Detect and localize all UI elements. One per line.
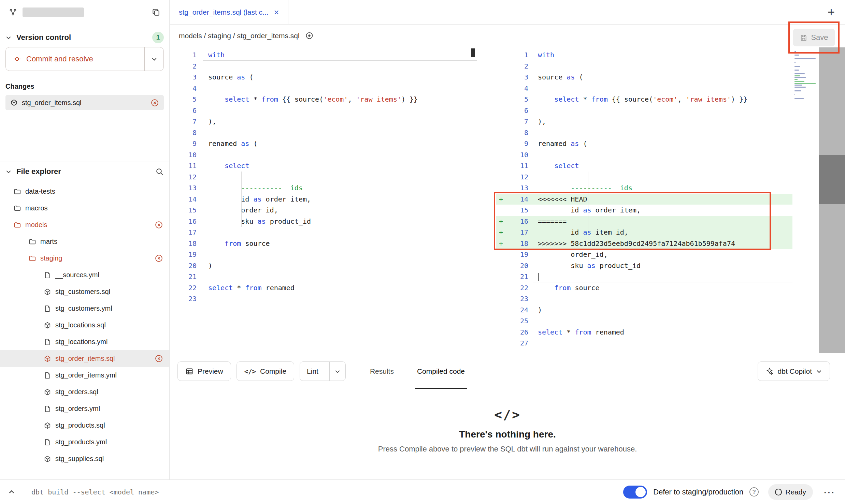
file-explorer-item-models[interactable]: models: [0, 217, 169, 233]
defer-toggle[interactable]: [623, 486, 647, 499]
code-line-27[interactable]: 27: [496, 338, 792, 349]
code-line-11[interactable]: 11 select: [496, 160, 792, 172]
tab-results[interactable]: Results: [368, 353, 396, 389]
help-icon[interactable]: ?: [749, 487, 759, 496]
code-line-20[interactable]: 20 sku as product_id: [496, 260, 792, 271]
code-line-5[interactable]: 5 select * from {{ source('ecom', 'raw_i…: [170, 94, 477, 105]
file-explorer-item-stg-products-yml[interactable]: stg_products.yml: [0, 434, 169, 450]
code-line-17[interactable]: +17 id as item_id,: [496, 227, 792, 238]
file-explorer-item-stg-customers-sql[interactable]: stg_customers.sql: [0, 283, 169, 300]
file-explorer-item-stg-locations-yml[interactable]: stg_locations.yml: [0, 333, 169, 350]
pane-scrollbar-thumb[interactable]: [471, 48, 475, 57]
code-line-6[interactable]: 6: [496, 105, 792, 116]
code-line-3[interactable]: 3source as (: [496, 72, 792, 83]
file-explorer-item-marts[interactable]: marts: [0, 233, 169, 250]
file-explorer-item-data-tests[interactable]: data-tests: [0, 183, 169, 200]
code-line-2[interactable]: 2: [170, 61, 477, 72]
code-line-12[interactable]: 12: [496, 172, 792, 183]
code-line-21[interactable]: 21: [170, 271, 477, 282]
code-line-26[interactable]: 26select * from renamed: [496, 327, 792, 338]
circle-x-icon[interactable]: [155, 254, 163, 263]
code-line-16[interactable]: +16=======: [496, 216, 792, 227]
code-line-18[interactable]: 18 from source: [170, 238, 477, 249]
code-line-24[interactable]: 24): [496, 305, 792, 316]
code-line-6[interactable]: 6: [170, 105, 477, 116]
code-line-22[interactable]: 22 from source: [496, 282, 792, 294]
editor-pane-left[interactable]: 1with23source as (45 select * from {{ so…: [170, 47, 477, 353]
code-line-3[interactable]: 3source as (: [170, 72, 477, 83]
code-line-12[interactable]: 12: [170, 172, 477, 183]
code-line-17[interactable]: 17: [170, 227, 477, 238]
code-line-4[interactable]: 4: [170, 83, 477, 94]
file-explorer-item-stg-locations-sql[interactable]: stg_locations.sql: [0, 317, 169, 333]
code-line-9[interactable]: 9renamed as (: [496, 138, 792, 149]
dbt-copilot-button[interactable]: dbt Copilot: [758, 361, 830, 381]
code-line-25[interactable]: 25: [496, 315, 792, 327]
file-explorer-item-stg-order-items-sql[interactable]: stg_order_items.sql: [0, 350, 169, 367]
lineage-icon[interactable]: [305, 31, 314, 40]
code-line-14[interactable]: 14 id as order_item,: [170, 194, 477, 205]
file-explorer-item-stg-customers-yml[interactable]: stg_customers.yml: [0, 300, 169, 317]
code-line-5[interactable]: 5 select * from {{ source('ecom', 'raw_i…: [496, 94, 792, 105]
new-tab-icon[interactable]: +: [828, 5, 835, 19]
code-line-7[interactable]: 7),: [496, 116, 792, 127]
compile-button[interactable]: </> Compile: [237, 361, 294, 381]
workspace-graph-icon[interactable]: [9, 8, 17, 16]
preview-button[interactable]: Preview: [177, 361, 231, 381]
code-line-2[interactable]: 2: [496, 61, 792, 72]
lint-button[interactable]: Lint: [300, 362, 325, 381]
code-line-1[interactable]: 1with: [170, 49, 477, 61]
code-line-11[interactable]: 11 select: [170, 160, 477, 172]
code-line-7[interactable]: 7),: [170, 116, 477, 127]
close-icon[interactable]: ×: [274, 8, 279, 17]
file-explorer-item-stg-order-items-yml[interactable]: stg_order_items.yml: [0, 367, 169, 384]
minimap[interactable]: [794, 51, 816, 102]
version-control-header[interactable]: Version control 1: [5, 28, 164, 47]
code-line-19[interactable]: 19: [170, 249, 477, 260]
code-line-15[interactable]: 15 id as order_item,: [496, 205, 792, 216]
code-line-4[interactable]: 4: [496, 83, 792, 94]
status-badge[interactable]: Ready: [768, 484, 813, 500]
commit-and-resolve-button[interactable]: Commit and resolve: [6, 47, 144, 71]
code-line-8[interactable]: 8: [170, 127, 477, 138]
code-line-21[interactable]: 21: [496, 271, 792, 282]
code-line-19[interactable]: 19 order_id,: [496, 249, 792, 260]
code-line-13[interactable]: 13 ---------- ids: [496, 182, 792, 194]
file-explorer-item-macros[interactable]: macros: [0, 200, 169, 217]
chevron-up-icon[interactable]: [8, 489, 15, 495]
code-line-9[interactable]: 9renamed as (: [170, 138, 477, 149]
file-explorer-item-stg-orders-yml[interactable]: stg_orders.yml: [0, 400, 169, 417]
code-line-14[interactable]: +14<<<<<<< HEAD: [496, 194, 792, 205]
code-line-10[interactable]: 10: [496, 149, 792, 161]
file-explorer-item-stg-orders-sql[interactable]: stg_orders.sql: [0, 384, 169, 400]
code-line-18[interactable]: +18>>>>>>> 58c1dd23d5eebd9cd2495fa7124ab…: [496, 238, 792, 249]
editor-scrollbar-thumb[interactable]: [819, 155, 845, 204]
copy-icon[interactable]: [152, 8, 160, 17]
code-line-22[interactable]: 22select * from renamed: [170, 282, 477, 294]
file-explorer-item-stg-products-sql[interactable]: stg_products.sql: [0, 417, 169, 434]
code-line-10[interactable]: 10: [170, 149, 477, 161]
code-line-15[interactable]: 15 order_id,: [170, 205, 477, 216]
circle-x-icon[interactable]: [151, 99, 159, 107]
command-hint[interactable]: dbt build --select <model_name>: [31, 488, 159, 496]
editor-pane-right[interactable]: 1with23source as (45 select * from {{ so…: [477, 47, 792, 353]
circle-x-icon[interactable]: [155, 221, 163, 229]
changed-file-row[interactable]: stg_order_items.sql: [5, 95, 164, 110]
tab-stg-order-items-sql[interactable]: stg_order_items.sql (last c... ×: [170, 0, 288, 24]
code-line-20[interactable]: 20): [170, 260, 477, 271]
code-line-1[interactable]: 1with: [496, 49, 792, 61]
save-button[interactable]: Save: [793, 29, 835, 46]
code-line-16[interactable]: 16 sku as product_id: [170, 216, 477, 227]
code-line-23[interactable]: 23: [496, 293, 792, 305]
circle-x-icon[interactable]: [155, 354, 163, 363]
code-line-13[interactable]: 13 ---------- ids: [170, 182, 477, 194]
code-line-23[interactable]: 23: [170, 293, 477, 305]
file-explorer-item-stg-supplies-sql[interactable]: stg_supplies.sql: [0, 450, 169, 467]
commit-options-button[interactable]: [144, 47, 163, 71]
search-icon[interactable]: [155, 167, 164, 176]
code-line-8[interactable]: 8: [496, 127, 792, 138]
lint-options-button[interactable]: [329, 362, 345, 381]
editor-scrollbar[interactable]: [819, 47, 845, 353]
file-explorer-item-staging[interactable]: staging: [0, 250, 169, 267]
file-explorer-item--sources-yml[interactable]: __sources.yml: [0, 267, 169, 283]
